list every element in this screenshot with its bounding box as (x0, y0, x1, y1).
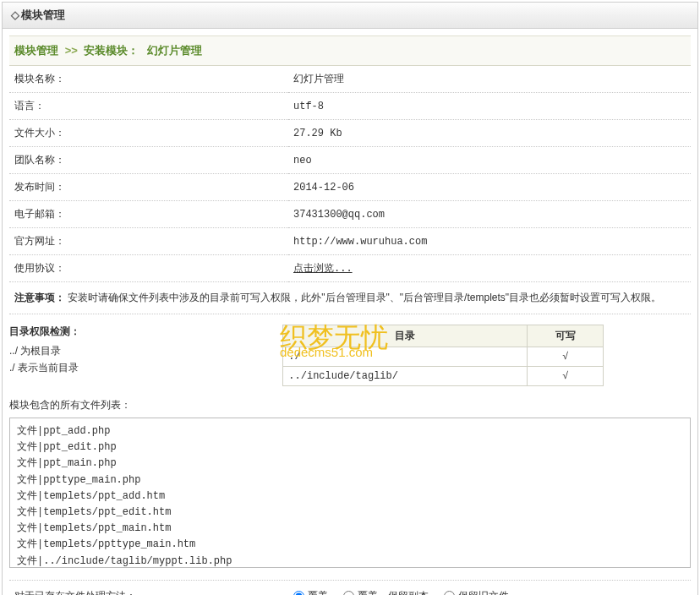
file-line: 文件|templets/ppttype_main.htm (17, 537, 683, 553)
perm-th-write: 可写 (528, 325, 604, 347)
info-label: 语言： (9, 93, 288, 120)
breadcrumb: 模块管理 >> 安装模块： 幻灯片管理 (9, 35, 691, 66)
file-line: 文件|templets/ppt_edit.htm (17, 505, 683, 521)
info-label: 使用协议： (9, 255, 288, 282)
info-label: 模块名称： (9, 66, 288, 93)
file-line: 文件|ppttype_main.php (17, 472, 683, 489)
info-value: 2014-12-06 (288, 174, 691, 201)
perm-write: √ (528, 347, 604, 367)
file-line: 文件|ppt_edit.php (17, 439, 683, 456)
file-line: 文件|templets/ppt_add.htm (17, 489, 683, 505)
files-listbox[interactable]: 文件|ppt_add.php文件|ppt_edit.php文件|ppt_main… (9, 418, 691, 568)
breadcrumb-module: 幻灯片管理 (147, 44, 202, 57)
file-line: 文件|../include/taglib/myppt.lib.php (17, 554, 683, 569)
handle-option[interactable]: 覆盖，保留副本 (343, 590, 429, 595)
breadcrumb-sep: >> (65, 44, 78, 57)
info-value: http://www.wuruhua.com (288, 228, 691, 255)
perm-desc2: ./ 表示当前目录 (9, 359, 280, 376)
perm-write: √ (528, 367, 604, 386)
info-label: 发布时间： (9, 174, 288, 201)
notice-label: 注意事项： (14, 292, 65, 303)
handle-label: 对于已存在文件处理方法： (14, 589, 293, 595)
notice-text: 安装时请确保文件列表中涉及的目录前可写入权限，此外"后台管理目录"、"后台管理目… (65, 292, 661, 303)
info-value: neo (288, 147, 691, 174)
info-label: 文件大小： (9, 120, 288, 147)
handle-radio[interactable] (444, 591, 455, 595)
breadcrumb-install: 安装模块： (84, 44, 139, 57)
info-value: utf-8 (288, 93, 691, 120)
info-value: 37431300@qq.com (288, 201, 691, 228)
diamond-icon: ◇ (11, 8, 19, 21)
page-title-bar: ◇模块管理 (3, 3, 697, 29)
permission-table: 目录 可写 ./√../include/taglib/√ (282, 325, 604, 386)
handle-row: 对于已存在文件处理方法： 覆盖覆盖，保留副本保留旧文件 (9, 580, 691, 595)
license-link[interactable]: 点击浏览... (293, 263, 353, 275)
module-info-table: 模块名称：幻灯片管理语言：utf-8文件大小：27.29 Kb团队名称：neo发… (9, 66, 691, 314)
handle-radio[interactable] (343, 591, 354, 595)
perm-th-dir: 目录 (283, 325, 528, 347)
perm-desc1: ../ 为根目录 (9, 342, 280, 359)
handle-radio[interactable] (293, 591, 304, 595)
handle-options: 覆盖覆盖，保留副本保留旧文件 (293, 589, 524, 595)
breadcrumb-root[interactable]: 模块管理 (14, 44, 58, 57)
info-label: 官方网址： (9, 228, 288, 255)
page-title: 模块管理 (21, 8, 65, 21)
info-value: 27.29 Kb (288, 120, 691, 147)
permission-block: 织梦无忧 dedecms51.com 目录权限检测： ../ 为根目录 ./ 表… (9, 325, 691, 386)
info-value: 幻灯片管理 (288, 66, 691, 93)
info-value[interactable]: 点击浏览... (288, 255, 691, 282)
perm-title: 目录权限检测： (9, 325, 280, 339)
file-line: 文件|templets/ppt_main.htm (17, 521, 683, 537)
file-line: 文件|ppt_add.php (17, 423, 683, 439)
file-line: 文件|ppt_main.php (17, 456, 683, 472)
handle-option[interactable]: 保留旧文件 (444, 590, 509, 595)
perm-dir: ../include/taglib/ (283, 367, 528, 386)
files-label: 模块包含的所有文件列表： (9, 398, 691, 412)
handle-option[interactable]: 覆盖 (293, 590, 328, 595)
info-label: 电子邮箱： (9, 201, 288, 228)
perm-dir: ./ (283, 347, 528, 367)
info-label: 团队名称： (9, 147, 288, 174)
